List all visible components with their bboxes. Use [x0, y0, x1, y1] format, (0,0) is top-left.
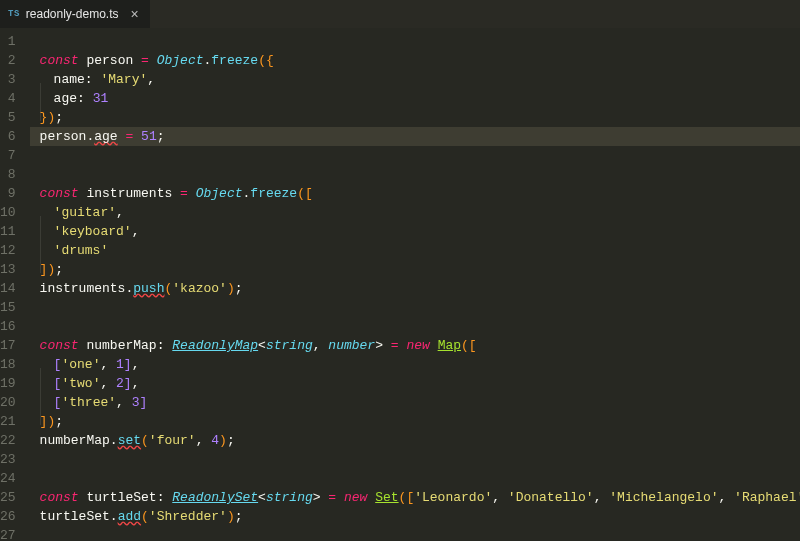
close-icon[interactable]: × — [131, 6, 139, 22]
code-line — [30, 469, 800, 488]
typescript-icon: TS — [8, 9, 20, 19]
line-number: 4 — [0, 89, 30, 108]
line-number-gutter: 1234567891011121314151617181920212223242… — [0, 28, 30, 541]
code-line: instruments.push('kazoo'); — [30, 279, 800, 298]
line-number: 15 — [0, 298, 30, 317]
code-line: 'keyboard', — [30, 222, 800, 241]
line-number: 20 — [0, 393, 30, 412]
code-line: const person = Object.freeze({ — [30, 51, 800, 70]
code-line: const numberMap: ReadonlyMap<string, num… — [30, 336, 800, 355]
line-number: 9 — [0, 184, 30, 203]
line-number: 5 — [0, 108, 30, 127]
line-number: 18 — [0, 355, 30, 374]
line-number: 13 — [0, 260, 30, 279]
line-number: 7 — [0, 146, 30, 165]
code-line: ['one', 1], — [30, 355, 800, 374]
line-number: 1 — [0, 32, 30, 51]
code-line: ['two', 2], — [30, 374, 800, 393]
line-number: 22 — [0, 431, 30, 450]
line-number: 12 — [0, 241, 30, 260]
code-line: name: 'Mary', — [30, 70, 800, 89]
line-number: 27 — [0, 526, 30, 541]
line-number: 25 — [0, 488, 30, 507]
code-line: }); — [30, 108, 800, 127]
code-line — [30, 298, 800, 317]
code-line — [30, 317, 800, 336]
line-number: 3 — [0, 70, 30, 89]
code-line: numberMap.set('four', 4); — [30, 431, 800, 450]
editor-tab[interactable]: TS readonly-demo.ts × — [0, 0, 150, 28]
line-number: 10 — [0, 203, 30, 222]
code-line: const instruments = Object.freeze([ — [30, 184, 800, 203]
line-number: 26 — [0, 507, 30, 526]
code-line: ['three', 3] — [30, 393, 800, 412]
line-number: 17 — [0, 336, 30, 355]
code-line: 'guitar', — [30, 203, 800, 222]
line-number: 24 — [0, 469, 30, 488]
code-line — [30, 450, 800, 469]
code-line: 'drums' — [30, 241, 800, 260]
line-number: 14 — [0, 279, 30, 298]
code-line — [30, 32, 800, 51]
code-line — [30, 165, 800, 184]
code-line: ]); — [30, 260, 800, 279]
line-number: 6 — [0, 127, 30, 146]
line-number: 21 — [0, 412, 30, 431]
code-line — [30, 146, 800, 165]
code-line — [30, 526, 800, 541]
code-line-active: person.age = 51; — [30, 127, 800, 146]
line-number: 16 — [0, 317, 30, 336]
editor: 1234567891011121314151617181920212223242… — [0, 28, 800, 541]
code-area[interactable]: const person = Object.freeze({ name: 'Ma… — [30, 28, 800, 541]
line-number: 23 — [0, 450, 30, 469]
line-number: 19 — [0, 374, 30, 393]
tab-title: readonly-demo.ts — [26, 7, 119, 21]
line-number: 2 — [0, 51, 30, 70]
code-line: ]); — [30, 412, 800, 431]
tab-bar: TS readonly-demo.ts × — [0, 0, 800, 28]
code-line: turtleSet.add('Shredder'); — [30, 507, 800, 526]
line-number: 8 — [0, 165, 30, 184]
line-number: 11 — [0, 222, 30, 241]
code-line: const turtleSet: ReadonlySet<string> = n… — [30, 488, 800, 507]
code-line: age: 31 — [30, 89, 800, 108]
